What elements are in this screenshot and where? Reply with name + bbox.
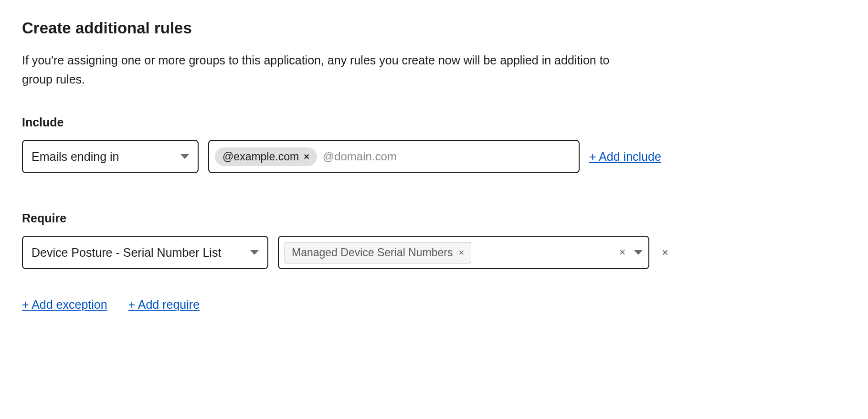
- require-label: Require: [22, 211, 846, 225]
- require-tag-input[interactable]: Managed Device Serial Numbers × ×: [278, 236, 649, 269]
- include-tag-text: @example.com: [222, 150, 299, 163]
- chevron-down-icon[interactable]: [634, 250, 643, 255]
- include-rule-row: Emails ending in @example.com × @domain.…: [22, 140, 846, 173]
- chevron-down-icon: [180, 154, 189, 159]
- clear-icon[interactable]: ×: [617, 246, 627, 259]
- page-title: Create additional rules: [22, 19, 846, 37]
- add-require-link[interactable]: + Add require: [128, 298, 200, 312]
- add-exception-link[interactable]: + Add exception: [22, 298, 107, 312]
- require-rule-row: Device Posture - Serial Number List Mana…: [22, 236, 846, 269]
- include-label: Include: [22, 115, 846, 129]
- include-tag: @example.com ×: [215, 147, 317, 166]
- require-tag: Managed Device Serial Numbers ×: [285, 242, 471, 263]
- require-selector-value: Device Posture - Serial Number List: [32, 246, 221, 260]
- require-selector[interactable]: Device Posture - Serial Number List: [22, 236, 268, 269]
- include-placeholder: @domain.com: [323, 150, 397, 163]
- page-description: If you're assigning one or more groups t…: [22, 51, 633, 89]
- require-tag-text: Managed Device Serial Numbers: [292, 246, 453, 259]
- add-include-link[interactable]: + Add include: [589, 150, 661, 164]
- include-selector[interactable]: Emails ending in: [22, 140, 199, 173]
- require-input-controls: ×: [617, 246, 643, 259]
- remove-tag-icon[interactable]: ×: [304, 151, 309, 162]
- remove-row-icon[interactable]: ×: [659, 246, 671, 259]
- chevron-down-icon: [250, 250, 259, 255]
- include-selector-value: Emails ending in: [32, 150, 119, 164]
- remove-tag-icon[interactable]: ×: [459, 247, 465, 258]
- footer-links: + Add exception + Add require: [22, 298, 846, 312]
- include-tag-input[interactable]: @example.com × @domain.com: [208, 140, 580, 173]
